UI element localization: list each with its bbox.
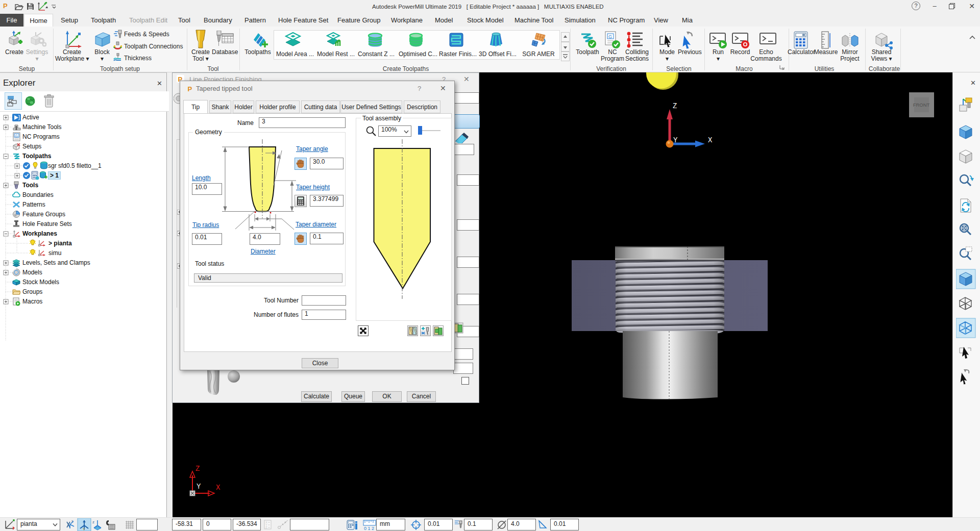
svg-text:G: G	[15, 134, 18, 138]
svg-text:x: x	[71, 519, 74, 523]
svg-text:Y: Y	[197, 483, 201, 491]
svg-text:X: X	[216, 484, 220, 492]
svg-text:P: P	[3, 2, 8, 10]
svg-text:Y: Y	[673, 136, 678, 144]
svg-text:X: X	[708, 136, 713, 144]
svg-text:FRONT: FRONT	[913, 102, 930, 108]
svg-text:z: z	[92, 520, 94, 524]
svg-text:Z: Z	[673, 102, 677, 110]
svg-text:G: G	[608, 34, 612, 39]
svg-text:Y: Y	[83, 527, 85, 531]
svg-text:0 1 2: 0 1 2	[364, 526, 374, 530]
svg-text:Z: Z	[195, 465, 200, 473]
